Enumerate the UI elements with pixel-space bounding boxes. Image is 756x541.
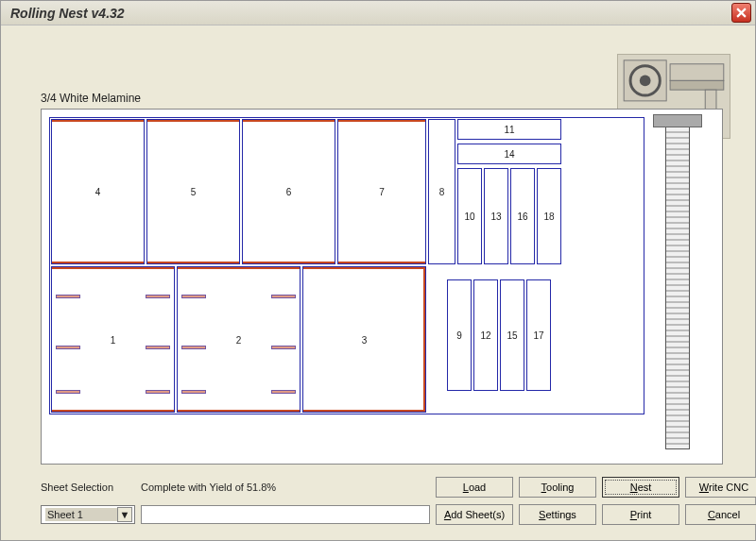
part-number: 6 [286,187,292,197]
part-number: 17 [533,330,543,341]
nest-part-12[interactable]: 12 [473,279,498,391]
nest-part-16[interactable]: 16 [510,168,535,264]
close-icon[interactable] [731,3,751,23]
nest-part-11[interactable]: 11 [457,119,561,140]
part-number: 16 [517,211,527,222]
print-button[interactable]: Print [602,504,679,525]
part-number: 10 [464,211,474,222]
svg-point-2 [640,76,651,87]
part-number: 7 [379,187,385,197]
part-number: 2 [236,334,242,345]
nest-part-18[interactable]: 18 [537,168,561,264]
content-area: 3/4 White Melamine 123456781114101316189… [1,25,755,540]
nest-button[interactable]: Nest [602,477,679,498]
part-number: 5 [191,187,197,197]
svg-rect-3 [670,64,724,81]
part-number: 15 [507,330,517,341]
part-number: 4 [95,187,101,197]
title-bar: Rolling Nest v4.32 [1,1,755,25]
add-sheets-button[interactable]: Add Sheet(s) [436,504,513,525]
part-number: 11 [504,125,514,135]
nest-part-3[interactable]: 3 [302,266,426,413]
nest-part-9[interactable]: 9 [447,279,472,391]
window-title: Rolling Nest v4.32 [10,6,731,21]
nest-part-1[interactable]: 1 [51,266,175,413]
part-number: 9 [456,330,462,341]
part-number: 13 [490,211,501,222]
progress-field[interactable] [141,505,430,524]
part-number: 14 [504,149,514,160]
vertical-rail-icon [665,119,690,449]
status-text: Complete with Yield of 51.8% [141,482,430,493]
nest-part-13[interactable]: 13 [484,168,508,264]
nest-part-15[interactable]: 15 [500,279,524,391]
nest-preview[interactable]: 123456781114101316189121517 [41,109,723,465]
chevron-down-icon: ▼ [117,507,132,522]
part-number: 3 [362,334,368,345]
svg-rect-4 [670,80,724,90]
part-number: 8 [439,187,445,197]
nest-part-17[interactable]: 17 [526,279,551,391]
cancel-button[interactable]: Cancel [685,504,756,525]
controls-panel: Sheet Selection Complete with Yield of 5… [41,477,738,525]
nest-part-2[interactable]: 2 [177,266,301,413]
sheet-select-value: Sheet 1 [45,508,117,521]
part-number: 18 [543,211,554,222]
settings-button[interactable]: Settings [519,504,596,525]
write-cnc-button[interactable]: Write CNC [685,477,756,498]
load-button[interactable]: Load [436,477,513,498]
nest-part-7[interactable]: 7 [337,119,426,264]
tooling-button[interactable]: Tooling [519,477,596,498]
app-window: Rolling Nest v4.32 3/4 White Melamine 12… [0,0,756,541]
nest-part-8[interactable]: 8 [428,119,455,264]
nest-part-14[interactable]: 14 [457,144,561,164]
part-number: 1 [111,334,116,345]
nest-part-6[interactable]: 6 [242,119,335,264]
sheet-selection-label: Sheet Selection [41,482,135,493]
nest-part-4[interactable]: 4 [51,119,145,264]
part-number: 12 [480,330,490,341]
material-label: 3/4 White Melamine [41,92,141,105]
nest-part-10[interactable]: 10 [457,168,482,264]
sheet-select[interactable]: Sheet 1 ▼ [41,505,135,524]
nest-part-5[interactable]: 5 [146,119,240,264]
